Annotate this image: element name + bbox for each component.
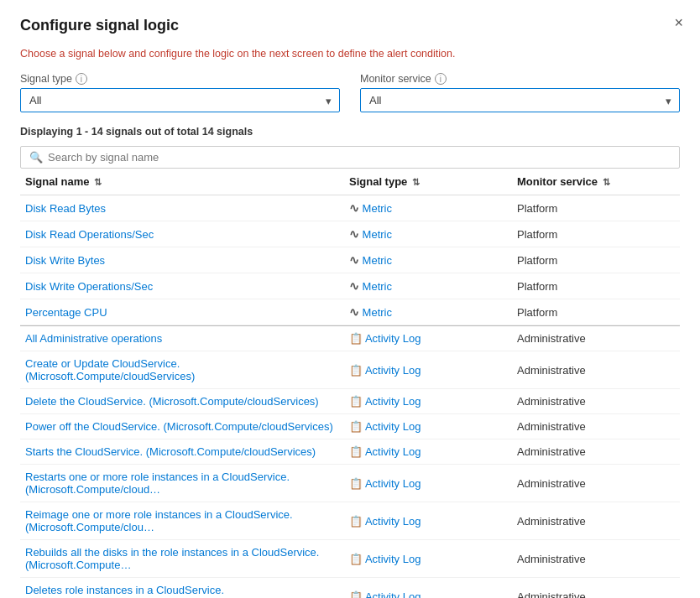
signal-type-value: 📋 Activity Log [349, 515, 421, 528]
info-text: Choose a signal below and configure the … [20, 48, 680, 60]
signal-type-value: ∿ Metric [349, 202, 392, 215]
signal-name-link[interactable]: Disk Read Bytes [25, 202, 106, 215]
monitor-service-value: Administrative [517, 445, 586, 458]
table-row: Power off the CloudService. (Microsoft.C… [20, 414, 680, 439]
table-row: Rebuilds all the disks in the role insta… [20, 540, 680, 578]
signal-type-select-wrapper: All Metric Activity Log [20, 88, 340, 112]
monitor-service-value: Platform [517, 280, 557, 293]
signal-name-link[interactable]: Restarts one or more role instances in a… [25, 471, 290, 496]
signal-type-value: ∿ Metric [349, 228, 392, 241]
activity-log-icon: 📋 [349, 395, 363, 408]
signal-type-value: ∿ Metric [349, 306, 392, 319]
signals-table: Signal name ⇅ Signal type ⇅ Monitor serv… [20, 169, 680, 598]
monitor-service-select[interactable]: All Platform Administrative [360, 88, 680, 112]
monitor-service-info-icon[interactable]: i [435, 73, 447, 85]
monitor-service-value: Platform [517, 306, 557, 319]
activity-log-icon: 📋 [349, 515, 363, 528]
search-input[interactable] [48, 151, 671, 164]
signal-name-link[interactable]: Disk Write Operations/Sec [25, 280, 153, 293]
activity-log-icon: 📋 [349, 553, 363, 565]
signal-type-info-icon[interactable]: i [76, 73, 87, 85]
activity-log-icon: 📋 [349, 590, 363, 599]
signal-name-link[interactable]: Reimage one or more role instances in a … [25, 508, 293, 533]
activity-log-icon: 📋 [349, 364, 363, 377]
signal-type-group: Signal type i All Metric Activity Log [20, 73, 340, 112]
activity-log-icon: 📋 [349, 332, 363, 345]
sort-signal-name-icon: ⇅ [94, 177, 102, 187]
activity-log-icon: 📋 [349, 420, 363, 433]
signal-type-value: 📋 Activity Log [349, 445, 421, 458]
monitor-service-value: Administrative [517, 515, 586, 528]
monitor-service-value: Platform [517, 202, 557, 215]
table-row: Disk Read Operations/Sec∿ MetricPlatform [20, 221, 680, 247]
col-signal-type[interactable]: Signal type ⇅ [344, 169, 512, 195]
monitor-service-value: Administrative [517, 420, 586, 433]
table-row: Restarts one or more role instances in a… [20, 465, 680, 502]
configure-signal-panel: Configure signal logic × Choose a signal… [0, 0, 700, 598]
monitor-service-value: Administrative [517, 590, 586, 599]
signal-name-link[interactable]: Delete the CloudService. (Microsoft.Comp… [25, 395, 319, 408]
monitor-service-value: Platform [517, 228, 557, 241]
col-monitor-service[interactable]: Monitor service ⇅ [512, 169, 680, 195]
signal-count-text: Displaying 1 - 14 signals out of total 1… [20, 126, 680, 138]
signal-type-value: 📋 Activity Log [349, 395, 421, 408]
signal-type-value: 📋 Activity Log [349, 420, 421, 433]
signal-type-select[interactable]: All Metric Activity Log [20, 88, 340, 112]
monitor-service-value: Administrative [517, 332, 586, 345]
signal-type-value: 📋 Activity Log [349, 364, 421, 377]
table-row: Disk Write Bytes∿ MetricPlatform [20, 247, 680, 273]
metric-icon: ∿ [349, 201, 359, 215]
search-icon: 🔍 [29, 151, 43, 164]
monitor-service-group: Monitor service i All Platform Administr… [360, 73, 680, 112]
sort-monitor-service-icon: ⇅ [603, 177, 610, 187]
signal-name-link[interactable]: Rebuilds all the disks in the role insta… [25, 546, 319, 571]
monitor-service-value: Administrative [517, 477, 586, 490]
metric-icon: ∿ [349, 227, 359, 241]
table-row: Percentage CPU∿ MetricPlatform [20, 299, 680, 325]
search-box: 🔍 [20, 146, 680, 169]
monitor-service-value: Platform [517, 254, 557, 267]
signal-name-link[interactable]: Starts the CloudService. (Microsoft.Comp… [25, 445, 316, 458]
monitor-service-value: Administrative [517, 364, 586, 377]
close-button[interactable]: × [674, 15, 683, 30]
monitor-service-value: Administrative [517, 553, 586, 565]
activity-log-icon: 📋 [349, 477, 363, 490]
metric-icon: ∿ [349, 253, 359, 267]
table-row: All Administrative operations📋 Activity … [20, 326, 680, 351]
panel-title: Configure signal logic [20, 17, 680, 34]
signal-type-value: 📋 Activity Log [349, 477, 421, 490]
signal-type-value: 📋 Activity Log [349, 332, 421, 345]
signal-name-link[interactable]: Percentage CPU [25, 306, 107, 319]
col-signal-name[interactable]: Signal name ⇅ [20, 169, 344, 195]
table-row: Disk Read Bytes∿ MetricPlatform [20, 195, 680, 221]
sort-signal-type-icon: ⇅ [412, 177, 420, 187]
signal-type-value: ∿ Metric [349, 254, 392, 267]
signal-type-value: 📋 Activity Log [349, 553, 421, 565]
signal-name-link[interactable]: Deletes role instances in a CloudService… [25, 584, 224, 598]
signal-type-value: ∿ Metric [349, 280, 392, 293]
signal-name-link[interactable]: Disk Write Bytes [25, 254, 105, 267]
monitor-service-label: Monitor service i [360, 73, 680, 85]
signal-name-link[interactable]: Create or Update CloudService. (Microsof… [25, 357, 195, 382]
table-row: Reimage one or more role instances in a … [20, 502, 680, 540]
monitor-service-select-wrapper: All Platform Administrative [360, 88, 680, 112]
table-header-row: Signal name ⇅ Signal type ⇅ Monitor serv… [20, 169, 680, 195]
metric-icon: ∿ [349, 305, 359, 319]
signal-name-link[interactable]: Power off the CloudService. (Microsoft.C… [25, 420, 333, 433]
monitor-service-value: Administrative [517, 395, 586, 408]
activity-log-icon: 📋 [349, 445, 363, 458]
table-row: Deletes role instances in a CloudService… [20, 578, 680, 599]
signal-name-link[interactable]: Disk Read Operations/Sec [25, 228, 154, 241]
table-row: Disk Write Operations/Sec∿ MetricPlatfor… [20, 273, 680, 299]
signal-name-link[interactable]: All Administrative operations [25, 332, 162, 345]
filter-row: Signal type i All Metric Activity Log Mo… [20, 73, 680, 112]
metric-icon: ∿ [349, 279, 359, 293]
signal-type-label: Signal type i [20, 73, 340, 85]
table-row: Starts the CloudService. (Microsoft.Comp… [20, 439, 680, 465]
table-row: Create or Update CloudService. (Microsof… [20, 351, 680, 389]
signal-type-value: 📋 Activity Log [349, 590, 421, 599]
table-row: Delete the CloudService. (Microsoft.Comp… [20, 389, 680, 414]
